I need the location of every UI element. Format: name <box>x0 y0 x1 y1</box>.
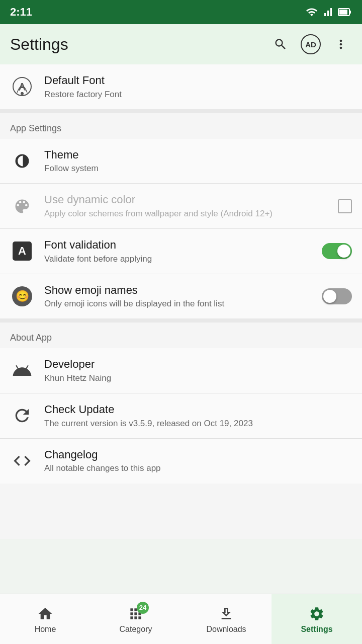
wifi-icon <box>306 6 318 18</box>
dynamic-color-text: Use dynamic color Apply color schemes fr… <box>44 193 328 219</box>
theme-subtitle: Follow system <box>44 163 352 174</box>
dynamic-color-subtitle: Apply color schemes from wallpaper and s… <box>44 208 328 219</box>
category-badge-wrapper: 24 <box>128 606 144 622</box>
category-label: Category <box>120 625 152 634</box>
theme-icon <box>10 149 34 173</box>
nav-home[interactable]: Home <box>0 594 90 644</box>
developer-icon <box>10 359 34 383</box>
emoji-names-thumb <box>323 290 336 303</box>
theme-title: Theme <box>44 148 352 163</box>
settings-label: Settings <box>301 625 332 634</box>
changelog-subtitle: All notable changes to this app <box>44 463 352 474</box>
status-time: 2:11 <box>10 6 32 19</box>
check-update-icon <box>10 404 34 428</box>
font-validation-icon: A <box>10 239 34 263</box>
category-icon: 24 <box>127 605 145 623</box>
developer-item[interactable]: Developer Khun Htetz Naing <box>0 348 362 393</box>
app-settings-label: App Settings <box>10 123 61 133</box>
settings-icon <box>308 605 326 623</box>
theme-text: Theme Follow system <box>44 148 352 175</box>
about-app-label: About App <box>10 333 52 343</box>
home-label: Home <box>35 625 56 634</box>
downloads-label: Downloads <box>206 625 246 634</box>
check-update-item[interactable]: Check Update The current version is v3.5… <box>0 393 362 438</box>
changelog-text: Changelog All notable changes to this ap… <box>44 448 352 474</box>
developer-text: Developer Khun Htetz Naing <box>44 357 352 384</box>
emoji-names-item[interactable]: 😊 Show emoji names Only emoji icons will… <box>0 274 362 319</box>
category-badge: 24 <box>137 602 149 614</box>
default-font-text: Default Font Restore factory Font <box>44 73 352 100</box>
section-divider-2 <box>0 318 362 323</box>
emoji-names-subtitle: Only emoji icons will be displayed in th… <box>44 298 312 309</box>
app-bar: Settings AD <box>0 24 362 64</box>
nav-category[interactable]: 24 Category <box>90 594 181 644</box>
theme-item[interactable]: Theme Follow system <box>0 139 362 184</box>
check-update-text: Check Update The current version is v3.5… <box>44 403 352 429</box>
font-validation-thumb <box>337 245 350 258</box>
changelog-item[interactable]: Changelog All notable changes to this ap… <box>0 439 362 484</box>
check-update-subtitle: The current version is v3.5.9, released … <box>44 418 352 429</box>
nav-downloads[interactable]: Downloads <box>181 594 272 644</box>
default-font-subtitle: Restore factory Font <box>44 89 352 100</box>
bottom-nav: Home 24 Category Downloads Sett <box>0 594 362 644</box>
font-validation-title: Font validation <box>44 238 312 253</box>
svg-rect-1 <box>339 10 347 15</box>
search-icon <box>274 37 288 51</box>
emoji-icon: 😊 <box>10 284 34 308</box>
page-title: Settings <box>10 35 261 54</box>
dynamic-color-item[interactable]: Use dynamic color Apply color schemes fr… <box>0 184 362 228</box>
emoji-names-title: Show emoji names <box>44 283 312 298</box>
more-button[interactable] <box>330 33 352 55</box>
downloads-icon <box>217 605 235 623</box>
changelog-icon <box>10 449 34 473</box>
home-icon <box>36 605 54 623</box>
emoji-names-text: Show emoji names Only emoji icons will b… <box>44 283 312 310</box>
check-update-title: Check Update <box>44 403 352 417</box>
battery-icon <box>338 6 352 18</box>
app-settings-header: App Settings <box>0 113 362 139</box>
dynamic-color-title: Use dynamic color <box>44 193 328 207</box>
signal-icon <box>322 6 334 18</box>
default-font-item[interactable]: A Default Font Restore factory Font <box>0 64 362 109</box>
font-validation-text: Font validation Validate font before app… <box>44 238 312 265</box>
more-icon <box>334 37 348 51</box>
developer-subtitle: Khun Htetz Naing <box>44 373 352 384</box>
font-validation-toggle[interactable] <box>322 243 352 259</box>
status-icons <box>306 6 352 18</box>
changelog-title: Changelog <box>44 448 352 462</box>
developer-title: Developer <box>44 357 352 372</box>
ad-icon: AD <box>301 34 321 54</box>
ad-button[interactable]: AD <box>300 33 322 55</box>
svg-rect-2 <box>349 11 351 14</box>
default-font-title: Default Font <box>44 73 352 88</box>
dynamic-color-checkbox[interactable] <box>338 199 352 213</box>
search-button[interactable] <box>269 33 292 55</box>
default-font-icon: A <box>10 74 34 99</box>
about-app-header: About App <box>0 323 362 348</box>
font-validation-item[interactable]: A Font validation Validate font before a… <box>0 229 362 274</box>
scroll-padding <box>0 484 362 539</box>
section-divider <box>0 109 362 113</box>
status-bar: 2:11 <box>0 0 362 24</box>
palette-icon <box>10 194 34 218</box>
nav-settings[interactable]: Settings <box>272 594 362 644</box>
font-validation-subtitle: Validate font before applying <box>44 254 312 265</box>
emoji-names-toggle[interactable] <box>322 288 352 304</box>
